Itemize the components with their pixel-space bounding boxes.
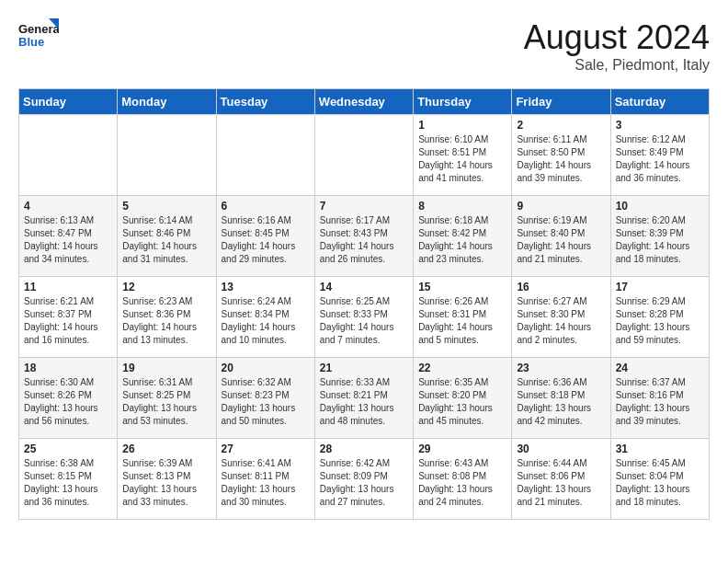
day-cell: 23Sunrise: 6:36 AM Sunset: 8:18 PM Dayli… — [512, 358, 610, 439]
day-info: Sunrise: 6:27 AM Sunset: 8:30 PM Dayligh… — [517, 295, 605, 347]
day-cell: 31Sunrise: 6:45 AM Sunset: 8:04 PM Dayli… — [610, 439, 709, 520]
day-number: 29 — [418, 442, 506, 455]
day-info: Sunrise: 6:44 AM Sunset: 8:06 PM Dayligh… — [517, 457, 605, 509]
week-row-2: 11Sunrise: 6:21 AM Sunset: 8:37 PM Dayli… — [19, 277, 710, 358]
day-number: 28 — [320, 442, 408, 455]
day-info: Sunrise: 6:20 AM Sunset: 8:39 PM Dayligh… — [616, 214, 704, 266]
page-header: General Blue August 2024 Sale, Piedmont,… — [18, 18, 710, 74]
day-info: Sunrise: 6:36 AM Sunset: 8:18 PM Dayligh… — [517, 376, 605, 428]
day-number: 16 — [517, 281, 605, 293]
day-number: 21 — [320, 362, 408, 374]
day-info: Sunrise: 6:43 AM Sunset: 8:08 PM Dayligh… — [418, 457, 506, 509]
col-saturday: Saturday — [610, 89, 709, 115]
day-info: Sunrise: 6:14 AM Sunset: 8:46 PM Dayligh… — [122, 214, 210, 266]
day-number: 3 — [616, 119, 704, 132]
day-info: Sunrise: 6:33 AM Sunset: 8:21 PM Dayligh… — [320, 376, 408, 428]
day-cell: 29Sunrise: 6:43 AM Sunset: 8:08 PM Dayli… — [414, 439, 512, 520]
calendar-title: August 2024 — [524, 18, 710, 57]
col-wednesday: Wednesday — [314, 89, 413, 115]
day-info: Sunrise: 6:23 AM Sunset: 8:36 PM Dayligh… — [122, 295, 210, 347]
day-number: 19 — [122, 362, 210, 374]
day-number: 11 — [24, 281, 112, 293]
day-info: Sunrise: 6:42 AM Sunset: 8:09 PM Dayligh… — [320, 457, 408, 509]
day-cell: 14Sunrise: 6:25 AM Sunset: 8:33 PM Dayli… — [314, 277, 413, 358]
week-row-4: 25Sunrise: 6:38 AM Sunset: 8:15 PM Dayli… — [19, 439, 710, 520]
day-number: 6 — [222, 200, 310, 213]
day-number: 8 — [418, 200, 506, 213]
day-cell: 27Sunrise: 6:41 AM Sunset: 8:11 PM Dayli… — [216, 439, 314, 520]
day-cell: 9Sunrise: 6:19 AM Sunset: 8:40 PM Daylig… — [512, 196, 610, 277]
day-cell: 26Sunrise: 6:39 AM Sunset: 8:13 PM Dayli… — [118, 439, 216, 520]
week-row-1: 4Sunrise: 6:13 AM Sunset: 8:47 PM Daylig… — [19, 196, 710, 277]
day-info: Sunrise: 6:17 AM Sunset: 8:43 PM Dayligh… — [320, 214, 408, 266]
week-row-0: 1Sunrise: 6:10 AM Sunset: 8:51 PM Daylig… — [19, 115, 710, 196]
day-info: Sunrise: 6:30 AM Sunset: 8:26 PM Dayligh… — [24, 376, 112, 428]
day-info: Sunrise: 6:18 AM Sunset: 8:42 PM Dayligh… — [418, 214, 506, 266]
day-cell — [118, 115, 216, 196]
day-number: 10 — [616, 200, 704, 213]
day-number: 9 — [517, 200, 605, 213]
day-number: 13 — [222, 281, 310, 293]
day-number: 1 — [418, 119, 506, 132]
day-number: 5 — [122, 200, 210, 213]
day-info: Sunrise: 6:10 AM Sunset: 8:51 PM Dayligh… — [418, 133, 506, 185]
day-info: Sunrise: 6:38 AM Sunset: 8:15 PM Dayligh… — [24, 457, 112, 509]
logo-svg: General Blue — [18, 18, 59, 59]
day-cell — [19, 115, 118, 196]
day-cell: 20Sunrise: 6:32 AM Sunset: 8:23 PM Dayli… — [216, 358, 314, 439]
day-number: 12 — [122, 281, 210, 293]
day-cell: 4Sunrise: 6:13 AM Sunset: 8:47 PM Daylig… — [19, 196, 118, 277]
header-row: Sunday Monday Tuesday Wednesday Thursday… — [19, 89, 710, 115]
day-info: Sunrise: 6:41 AM Sunset: 8:11 PM Dayligh… — [222, 457, 310, 509]
day-cell: 16Sunrise: 6:27 AM Sunset: 8:30 PM Dayli… — [512, 277, 610, 358]
title-block: August 2024 Sale, Piedmont, Italy — [524, 18, 710, 74]
day-info: Sunrise: 6:13 AM Sunset: 8:47 PM Dayligh… — [24, 214, 112, 266]
day-cell: 11Sunrise: 6:21 AM Sunset: 8:37 PM Dayli… — [19, 277, 118, 358]
day-cell: 28Sunrise: 6:42 AM Sunset: 8:09 PM Dayli… — [314, 439, 413, 520]
day-number: 14 — [320, 281, 408, 293]
day-number: 22 — [418, 362, 506, 374]
day-cell: 12Sunrise: 6:23 AM Sunset: 8:36 PM Dayli… — [118, 277, 216, 358]
day-cell: 25Sunrise: 6:38 AM Sunset: 8:15 PM Dayli… — [19, 439, 118, 520]
logo: General Blue — [18, 18, 59, 59]
calendar-table: Sunday Monday Tuesday Wednesday Thursday… — [18, 88, 710, 520]
day-number: 2 — [517, 119, 605, 132]
day-info: Sunrise: 6:45 AM Sunset: 8:04 PM Dayligh… — [616, 457, 704, 509]
col-sunday: Sunday — [19, 89, 118, 115]
day-info: Sunrise: 6:25 AM Sunset: 8:33 PM Dayligh… — [320, 295, 408, 347]
col-tuesday: Tuesday — [216, 89, 314, 115]
day-info: Sunrise: 6:35 AM Sunset: 8:20 PM Dayligh… — [418, 376, 506, 428]
day-number: 27 — [222, 442, 310, 455]
day-info: Sunrise: 6:21 AM Sunset: 8:37 PM Dayligh… — [24, 295, 112, 347]
day-info: Sunrise: 6:11 AM Sunset: 8:50 PM Dayligh… — [517, 133, 605, 185]
day-number: 4 — [24, 200, 112, 213]
day-cell: 10Sunrise: 6:20 AM Sunset: 8:39 PM Dayli… — [610, 196, 709, 277]
day-number: 17 — [616, 281, 704, 293]
week-row-3: 18Sunrise: 6:30 AM Sunset: 8:26 PM Dayli… — [19, 358, 710, 439]
day-cell: 19Sunrise: 6:31 AM Sunset: 8:25 PM Dayli… — [118, 358, 216, 439]
day-number: 24 — [616, 362, 704, 374]
svg-text:General: General — [18, 22, 59, 36]
day-info: Sunrise: 6:37 AM Sunset: 8:16 PM Dayligh… — [616, 376, 704, 428]
day-cell: 21Sunrise: 6:33 AM Sunset: 8:21 PM Dayli… — [314, 358, 413, 439]
day-number: 25 — [24, 442, 112, 455]
day-info: Sunrise: 6:24 AM Sunset: 8:34 PM Dayligh… — [222, 295, 310, 347]
day-number: 26 — [122, 442, 210, 455]
day-info: Sunrise: 6:19 AM Sunset: 8:40 PM Dayligh… — [517, 214, 605, 266]
day-cell: 7Sunrise: 6:17 AM Sunset: 8:43 PM Daylig… — [314, 196, 413, 277]
day-number: 20 — [222, 362, 310, 374]
day-info: Sunrise: 6:29 AM Sunset: 8:28 PM Dayligh… — [616, 295, 704, 347]
calendar-subtitle: Sale, Piedmont, Italy — [524, 57, 710, 74]
day-info: Sunrise: 6:39 AM Sunset: 8:13 PM Dayligh… — [122, 457, 210, 509]
day-info: Sunrise: 6:12 AM Sunset: 8:49 PM Dayligh… — [616, 133, 704, 185]
day-cell: 5Sunrise: 6:14 AM Sunset: 8:46 PM Daylig… — [118, 196, 216, 277]
day-cell: 24Sunrise: 6:37 AM Sunset: 8:16 PM Dayli… — [610, 358, 709, 439]
day-info: Sunrise: 6:26 AM Sunset: 8:31 PM Dayligh… — [418, 295, 506, 347]
col-friday: Friday — [512, 89, 610, 115]
day-cell: 2Sunrise: 6:11 AM Sunset: 8:50 PM Daylig… — [512, 115, 610, 196]
day-cell: 3Sunrise: 6:12 AM Sunset: 8:49 PM Daylig… — [610, 115, 709, 196]
day-info: Sunrise: 6:16 AM Sunset: 8:45 PM Dayligh… — [222, 214, 310, 266]
day-cell: 18Sunrise: 6:30 AM Sunset: 8:26 PM Dayli… — [19, 358, 118, 439]
day-info: Sunrise: 6:32 AM Sunset: 8:23 PM Dayligh… — [222, 376, 310, 428]
day-cell — [314, 115, 413, 196]
